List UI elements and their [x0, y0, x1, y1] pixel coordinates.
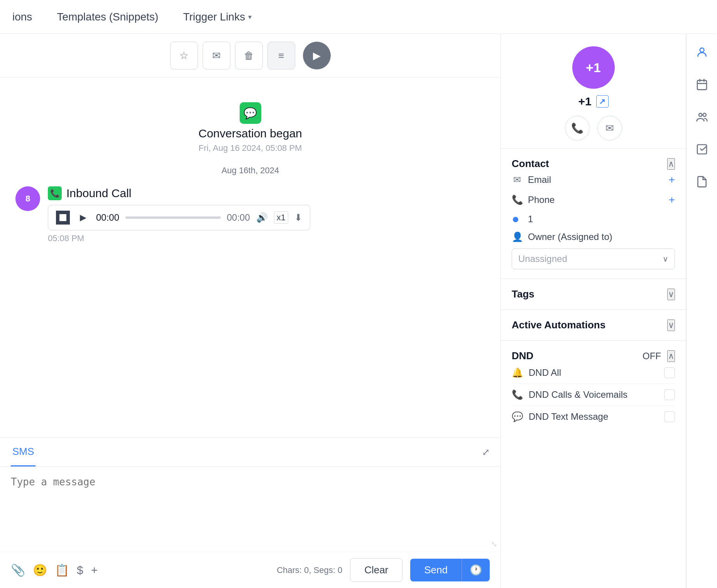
- dnd-all-icon: 🔔: [512, 367, 523, 378]
- snippet-button[interactable]: 📋: [55, 563, 69, 577]
- nav-next-button[interactable]: ▶: [303, 42, 331, 69]
- compose-area: SMS ⤢ ⤡ 📎 🙂 📋 $: [0, 438, 501, 588]
- dnd-calls-row: 📞 DND Calls & Voicemails: [512, 384, 675, 406]
- dnd-section-header: DND OFF ∧: [512, 350, 675, 362]
- call-timestamp: 05:08 PM: [48, 233, 485, 243]
- clock-icon: 🕐: [470, 564, 482, 576]
- call-content: 📞 Inbound Call ▶ 00:00: [48, 186, 485, 243]
- clear-button[interactable]: Clear: [350, 558, 402, 582]
- audio-total-time: 00:00: [227, 212, 250, 223]
- contact-section-title: Contact: [512, 158, 667, 170]
- audio-progress-bar[interactable]: [125, 216, 221, 219]
- sidebar-calendar-button[interactable]: [692, 76, 712, 96]
- audio-play-button[interactable]: ▶: [76, 211, 90, 225]
- attachment-button[interactable]: 📎: [11, 563, 25, 577]
- contact-email-button[interactable]: ✉: [597, 116, 622, 140]
- sidebar-person-button[interactable]: [692, 43, 712, 63]
- phone-field-icon: 📞: [512, 194, 523, 205]
- resize-handle-icon[interactable]: ⤡: [491, 539, 497, 549]
- send-timer-button[interactable]: 🕐: [462, 559, 490, 581]
- phone-field-label: Phone: [528, 194, 663, 205]
- message-input[interactable]: [11, 476, 490, 538]
- audio-speed-button[interactable]: x1: [274, 211, 288, 224]
- dnd-text-row: 💬 DND Text Message: [512, 406, 675, 427]
- contact-avatar-text: +1: [586, 60, 601, 75]
- audio-stop-button[interactable]: [56, 211, 70, 225]
- compose-footer: 📎 🙂 📋 $ + Chars: 0, Segs: 0 Clear Send: [0, 552, 501, 588]
- phone-value-row: 1: [512, 210, 675, 228]
- far-right-sidebar: [686, 34, 717, 588]
- compose-input-area: ⤡: [0, 467, 501, 552]
- dnd-all-label: DND All: [529, 367, 659, 378]
- automations-section-chevron[interactable]: ∨: [667, 319, 675, 331]
- compose-tabs: SMS ⤢: [0, 438, 501, 467]
- svg-point-6: [703, 113, 706, 116]
- dnd-text-icon: 💬: [512, 411, 523, 422]
- nav-item-ions[interactable]: ions: [0, 11, 44, 23]
- automations-section: Active Automations ∨: [501, 309, 686, 340]
- phone-status-dot: [513, 217, 518, 222]
- add-email-button[interactable]: +: [669, 174, 675, 186]
- top-nav: ions Templates (Snippets) Trigger Links …: [0, 0, 717, 34]
- tab-sms[interactable]: SMS: [11, 438, 36, 466]
- nav-item-templates[interactable]: Templates (Snippets): [44, 11, 171, 23]
- sidebar-checklist-button[interactable]: [692, 140, 712, 161]
- audio-volume-icon[interactable]: 🔊: [256, 212, 268, 223]
- audio-player: ▶ 00:00 00:00 🔊 x1 ⬇: [48, 205, 310, 230]
- svg-rect-7: [697, 145, 707, 154]
- avatar-text: 8: [25, 194, 30, 204]
- chevron-right-icon: ▶: [313, 50, 321, 62]
- svg-rect-1: [697, 80, 707, 90]
- call-message: 8 📞 Inbound Call: [15, 186, 485, 243]
- emoji-icon: 🙂: [33, 564, 47, 576]
- filter-icon: ≡: [278, 50, 284, 62]
- nav-item-trigger-links[interactable]: Trigger Links ▾: [171, 11, 264, 23]
- dnd-all-row: 🔔 DND All: [512, 362, 675, 384]
- contact-section-header: Contact ∧: [512, 158, 675, 170]
- dnd-section-chevron[interactable]: ∧: [667, 350, 675, 362]
- contact-section-chevron[interactable]: ∧: [667, 158, 675, 170]
- svg-point-0: [700, 48, 704, 52]
- dnd-section: DND OFF ∧ 🔔 DND All 📞 DND Calls & Voicem…: [501, 340, 686, 437]
- owner-icon: 👤: [512, 231, 523, 242]
- emoji-button[interactable]: 🙂: [33, 563, 47, 577]
- email-field-label: Email: [528, 174, 663, 185]
- send-main-button[interactable]: Send: [410, 559, 462, 581]
- owner-select-value: Unassigned: [518, 253, 660, 264]
- document-icon: [696, 176, 708, 191]
- contact-call-button[interactable]: 📞: [565, 116, 590, 140]
- sidebar-people-button[interactable]: [692, 108, 712, 128]
- dollar-icon: $: [77, 564, 83, 576]
- filter-button[interactable]: ≡: [267, 42, 295, 69]
- audio-download-button[interactable]: ⬇: [294, 212, 302, 223]
- star-button[interactable]: ☆: [170, 42, 198, 69]
- tags-section: Tags ∨: [501, 279, 686, 309]
- owner-select[interactable]: Unassigned ∨: [512, 248, 675, 269]
- date-divider: Aug 16th, 2024: [15, 166, 485, 176]
- person-icon: [696, 46, 708, 61]
- dnd-calls-checkbox[interactable]: [664, 389, 675, 400]
- add-phone-button[interactable]: +: [669, 194, 675, 206]
- phone-action-icon: 📞: [571, 122, 583, 134]
- tags-section-chevron[interactable]: ∨: [667, 289, 675, 300]
- payment-button[interactable]: $: [77, 564, 83, 577]
- dnd-all-checkbox[interactable]: [664, 367, 675, 378]
- tags-section-title: Tags: [512, 288, 667, 300]
- email-field-icon: ✉: [512, 174, 523, 185]
- stop-icon: [59, 214, 66, 221]
- contact-actions: 📞 ✉: [565, 116, 622, 140]
- sidebar-document-button[interactable]: [692, 173, 712, 193]
- dnd-text-checkbox[interactable]: [664, 411, 675, 422]
- external-link-icon[interactable]: ↗: [596, 95, 609, 108]
- chars-counter: Chars: 0, Segs: 0: [277, 565, 342, 575]
- more-button[interactable]: +: [91, 564, 98, 577]
- expand-button[interactable]: ⤢: [482, 438, 490, 466]
- right-panel: +1 +1 ↗ 📞 ✉ Contact ∧ ✉: [501, 34, 686, 588]
- trash-button[interactable]: 🗑: [235, 42, 263, 69]
- tags-section-header: Tags ∨: [512, 288, 675, 300]
- people-icon: [696, 111, 708, 126]
- play-icon: ▶: [80, 213, 86, 223]
- chat-icon: 💬: [244, 107, 257, 120]
- toolbar: ☆ ✉ 🗑 ≡ ▶: [0, 34, 501, 78]
- email-button[interactable]: ✉: [203, 42, 230, 69]
